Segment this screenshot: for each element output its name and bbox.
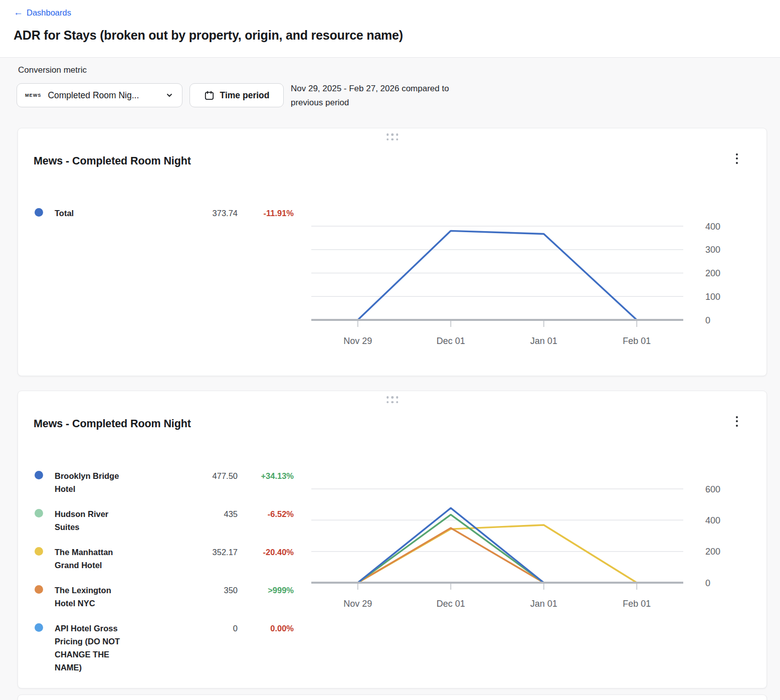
legend-item[interactable]: Brooklyn Bridge Hotel477.50+34.13% — [35, 469, 294, 495]
y-tick-label: 400 — [705, 515, 720, 526]
date-range-text: Nov 29, 2025 - Feb 27, 2026 compared to … — [291, 82, 449, 109]
legend-item[interactable]: Hudson River Suites435-6.52% — [35, 507, 294, 534]
series-value: 350 — [146, 584, 238, 597]
more-options-button[interactable] — [729, 412, 744, 430]
y-tick-label: 200 — [705, 547, 720, 557]
x-tick-label: Dec 01 — [437, 336, 465, 346]
y-tick-label: 300 — [705, 245, 720, 255]
date-range-line1: Nov 29, 2025 - Feb 27, 2026 compared to — [291, 82, 449, 96]
series-color-dot — [35, 471, 43, 479]
y-tick-label: 600 — [705, 484, 720, 494]
time-period-button[interactable]: Time period — [189, 83, 284, 107]
legend-item[interactable]: Total373.74-11.91% — [35, 207, 294, 220]
x-tick-label: Feb 01 — [623, 599, 651, 609]
legend-item[interactable]: API Hotel Gross Pricing (DO NOT CHANGE T… — [35, 622, 294, 674]
series-label: The Lexington Hotel NYC — [55, 584, 146, 610]
back-arrow-icon: ← — [14, 8, 23, 17]
insight-card-by-property: Mews - Completed Room Night Brooklyn Bri… — [18, 391, 767, 688]
series-value: 352.17 — [146, 546, 238, 559]
series-line — [358, 525, 637, 583]
insight-card-total: Mews - Completed Room Night Total373.74-… — [18, 128, 767, 376]
series-label: Total — [55, 207, 146, 220]
conversion-metric-dropdown[interactable]: MEWS Completed Room Nig... — [17, 83, 182, 107]
series-value: 435 — [146, 507, 238, 520]
series-delta: -6.52% — [238, 507, 294, 520]
drag-handle[interactable] — [386, 396, 399, 403]
time-period-label: Time period — [220, 90, 270, 101]
chevron-down-icon — [165, 91, 174, 100]
page-title: ADR for Stays (broken out by property, o… — [14, 28, 403, 43]
x-tick-label: Feb 01 — [623, 336, 651, 346]
metric-dropdown-value: Completed Room Nig... — [48, 90, 158, 101]
series-value: 477.50 — [146, 469, 238, 482]
insight-title: Mews - Completed Room Night — [34, 418, 191, 430]
page-header: ← Dashboards ADR for Stays (broken out b… — [0, 0, 780, 58]
line-chart: Nov 29Dec 01Jan 01Feb 014003002001000 — [311, 214, 732, 352]
series-label: Hudson River Suites — [55, 507, 146, 534]
series-delta: 0.00% — [238, 622, 294, 635]
mews-logo: MEWS — [25, 93, 41, 98]
series-label: API Hotel Gross Pricing (DO NOT CHANGE T… — [55, 622, 146, 674]
x-tick-label: Jan 01 — [530, 336, 557, 346]
legend-item[interactable]: The Lexington Hotel NYC350>999% — [35, 584, 294, 610]
y-tick-label: 200 — [705, 268, 720, 278]
date-range-line2: previous period — [291, 96, 449, 110]
series-delta: -20.40% — [238, 546, 294, 559]
y-tick-label: 0 — [705, 315, 710, 325]
series-color-dot — [35, 547, 43, 556]
chart-legend: Brooklyn Bridge Hotel477.50+34.13%Hudson… — [35, 469, 294, 686]
legend-item[interactable]: The Manhattan Grand Hotel352.17-20.40% — [35, 546, 294, 572]
back-to-dashboards-link[interactable]: ← Dashboards — [14, 8, 71, 18]
series-line — [358, 508, 544, 583]
x-tick-label: Jan 01 — [530, 599, 557, 609]
more-options-button[interactable] — [729, 149, 744, 167]
x-tick-label: Nov 29 — [343, 336, 372, 346]
conversion-metric-label: Conversion metric — [18, 65, 87, 75]
series-color-dot — [35, 585, 43, 594]
back-link-label: Dashboards — [27, 8, 71, 18]
y-tick-label: 400 — [705, 222, 720, 232]
line-chart: Nov 29Dec 01Jan 01Feb 016004002000 — [311, 476, 732, 614]
x-tick-label: Dec 01 — [437, 599, 465, 609]
y-tick-label: 0 — [705, 578, 710, 588]
series-label: The Manhattan Grand Hotel — [55, 546, 146, 572]
series-delta: +34.13% — [238, 469, 294, 482]
x-tick-label: Nov 29 — [343, 599, 372, 609]
calendar-icon — [204, 90, 215, 101]
series-line — [358, 231, 637, 320]
series-line — [358, 528, 544, 583]
series-delta: -11.91% — [238, 207, 294, 220]
series-value: 0 — [146, 622, 238, 635]
series-color-dot — [35, 509, 43, 517]
series-color-dot — [35, 623, 43, 632]
next-insight-card-edge — [18, 694, 767, 700]
drag-handle[interactable] — [386, 133, 399, 140]
y-tick-label: 100 — [705, 292, 720, 302]
insight-title: Mews - Completed Room Night — [34, 155, 191, 167]
series-label: Brooklyn Bridge Hotel — [55, 469, 146, 495]
series-line — [358, 514, 544, 583]
chart-legend: Total373.74-11.91% — [35, 207, 294, 232]
series-delta: >999% — [238, 584, 294, 597]
dashboard-page: ← Dashboards ADR for Stays (broken out b… — [0, 0, 780, 700]
series-color-dot — [35, 208, 43, 217]
series-value: 373.74 — [146, 207, 238, 220]
